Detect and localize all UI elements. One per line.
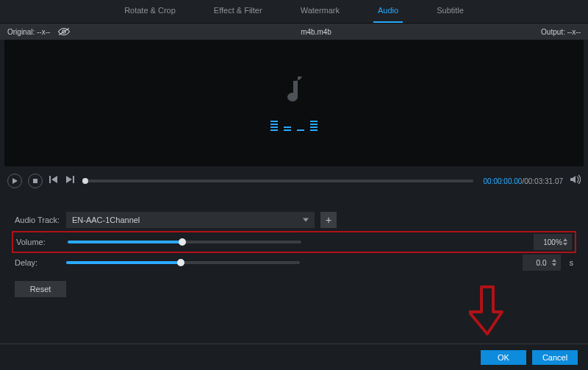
tabs-bar: Rotate & Crop Effect & Filter Watermark …	[0, 0, 588, 24]
audio-track-select[interactable]: EN-AAC-1Channel	[66, 212, 315, 228]
speaker-icon[interactable]	[569, 174, 581, 188]
audio-controls: Audio Track: EN-AAC-1Channel + Volume: 1…	[0, 196, 588, 297]
original-dimensions: Original: --x--	[7, 28, 50, 36]
time-display: 00:00:00.00/00:03:31.07	[484, 177, 563, 185]
volume-label: Volume:	[16, 238, 62, 246]
tab-rotate-crop[interactable]: Rotate & Crop	[120, 3, 180, 23]
seek-slider[interactable]	[85, 179, 473, 182]
delay-label: Delay:	[15, 258, 60, 267]
volume-slider[interactable]	[68, 241, 301, 243]
audio-track-value: EN-AAC-1Channel	[72, 216, 140, 224]
dialog-footer: OK Cancel	[0, 344, 588, 370]
total-duration: 00:03:31.07	[524, 177, 563, 185]
cancel-button[interactable]: Cancel	[532, 350, 578, 365]
file-name: m4b.m4b	[147, 28, 485, 36]
stop-button[interactable]	[28, 174, 43, 188]
play-button[interactable]	[7, 174, 22, 188]
tab-subtitle[interactable]: Subtitle	[432, 3, 468, 23]
tab-effect-filter[interactable]: Effect & Filter	[209, 3, 267, 23]
svg-rect-1	[33, 179, 37, 183]
delay-value-input[interactable]: 0.0	[523, 255, 561, 271]
preview-panel	[4, 40, 584, 166]
output-dimensions: Output: --x--	[485, 28, 588, 36]
delay-row: Delay: 0.0 s	[15, 252, 573, 274]
svg-rect-2	[49, 176, 51, 183]
preview-toggle-icon[interactable]	[57, 26, 71, 37]
delay-value: 0.0	[537, 259, 547, 267]
ok-button[interactable]: OK	[481, 350, 526, 365]
music-note-icon	[283, 75, 305, 110]
volume-row: Volume: 100%	[12, 231, 576, 253]
reset-button[interactable]: Reset	[15, 281, 66, 297]
volume-value-input[interactable]: 100%	[534, 234, 572, 250]
seek-thumb[interactable]	[82, 178, 88, 184]
current-time: 00:00:00.00	[484, 177, 523, 185]
delay-slider-thumb[interactable]	[177, 259, 184, 266]
svg-rect-3	[73, 176, 74, 183]
equalizer-icon	[270, 121, 318, 131]
audio-track-row: Audio Track: EN-AAC-1Channel +	[15, 209, 573, 231]
delay-unit: s	[570, 258, 574, 267]
volume-slider-thumb[interactable]	[179, 238, 186, 246]
tab-audio[interactable]: Audio	[373, 3, 403, 23]
playback-bar: 00:00:00.00/00:03:31.07	[0, 166, 588, 196]
volume-spinner[interactable]	[563, 234, 570, 250]
titlebar: Original: --x-- m4b.m4b Output: --x--	[0, 24, 588, 40]
delay-slider[interactable]	[66, 261, 300, 264]
add-audio-track-button[interactable]: +	[320, 212, 337, 228]
prev-frame-button[interactable]	[49, 174, 59, 188]
delay-spinner[interactable]	[552, 255, 559, 271]
audio-track-label: Audio Track:	[15, 216, 60, 224]
next-frame-button[interactable]	[65, 174, 75, 188]
volume-value: 100%	[543, 238, 562, 246]
tab-watermark[interactable]: Watermark	[296, 3, 344, 23]
